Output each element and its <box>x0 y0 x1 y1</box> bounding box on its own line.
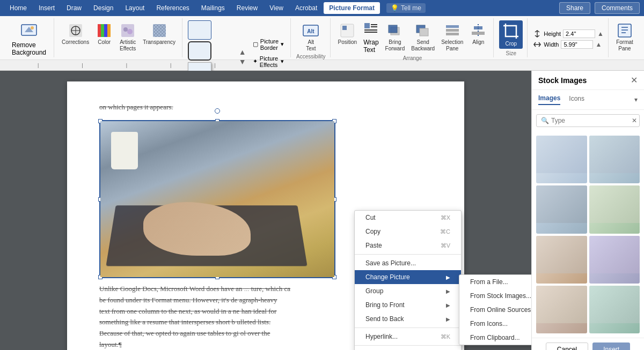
submenu-from-clipboard[interactable]: From Clipboard... <box>459 331 531 345</box>
ctx-copy[interactable]: Copy ⌘C <box>355 225 461 239</box>
stock-img-7[interactable] <box>536 286 587 333</box>
picture-effects-button[interactable]: ✦ Picture Effects ▾ <box>251 54 286 69</box>
ctx-hyperlink[interactable]: Hyperlink... ⌘K <box>355 330 461 344</box>
comments-button[interactable]: Comments <box>595 2 640 14</box>
stock-panel-footer: Cancel Insert <box>532 338 644 350</box>
bring-forward-button[interactable]: BringForward <box>383 20 407 54</box>
document-area: on which pages it appears. <box>0 71 531 350</box>
stock-search-input[interactable] <box>551 117 632 124</box>
stock-img-3[interactable] <box>536 185 587 233</box>
menu-design[interactable]: Design <box>88 2 119 14</box>
svg-rect-4 <box>98 24 101 37</box>
search-icon: 🔍 <box>541 117 549 124</box>
send-backward-button[interactable]: SendBackward <box>409 20 437 54</box>
transparency-label: Transparency <box>143 39 175 46</box>
ctx-send-to-back[interactable]: Send to Back ▶ <box>355 312 461 326</box>
height-input[interactable] <box>563 29 595 38</box>
ctx-group[interactable]: Group ▶ <box>355 284 461 298</box>
selection-pane-button[interactable]: SelectionPane <box>439 20 465 54</box>
position-button[interactable]: Position <box>336 20 360 47</box>
share-button[interactable]: Share <box>559 2 590 14</box>
corrections-button[interactable]: Corrections <box>60 20 91 47</box>
styles-expand-button[interactable]: ▲ <box>239 48 246 56</box>
stock-tabs-expand[interactable]: ▾ <box>634 96 638 103</box>
image-content <box>100 121 334 277</box>
accessibility-group-label: Accessibility <box>296 54 325 61</box>
menu-references[interactable]: References <box>151 2 194 14</box>
alt-text-button[interactable]: Alt AltText <box>300 20 321 54</box>
ribbon-group-remove-bg: RemoveBackground <box>4 18 54 57</box>
selection-pane-label: SelectionPane <box>441 39 463 52</box>
stock-panel-header: Stock Images ✕ <box>532 71 644 90</box>
submenu-from-stock[interactable]: From Stock Images... <box>459 289 531 303</box>
wrap-text-icon <box>363 22 378 39</box>
transparency-button[interactable]: Transparency <box>141 20 178 47</box>
wrap-text-button[interactable]: WrapText <box>361 20 380 55</box>
picture-style-1[interactable] <box>188 20 211 40</box>
menu-mailings[interactable]: Mailings <box>196 2 230 14</box>
stock-panel-close[interactable]: ✕ <box>631 75 638 85</box>
menu-draw[interactable]: Draw <box>61 2 87 14</box>
ribbon-group-adjust: Corrections Color ArtisticEffects Transp… <box>55 18 182 57</box>
menu-review[interactable]: Review <box>231 2 263 14</box>
ctx-paste[interactable]: Paste ⌘V <box>355 239 461 252</box>
tab-images[interactable]: Images <box>538 94 560 105</box>
format-pane-button[interactable]: FormatPane <box>614 20 635 54</box>
height-spinner-up[interactable]: ▲ <box>597 30 604 38</box>
tell-me[interactable]: 💡 Tell me <box>386 3 426 13</box>
stock-img-1[interactable] <box>536 136 587 183</box>
tell-me-label: Tell me <box>401 4 421 12</box>
stock-tabs: Images Icons ▾ <box>532 90 644 110</box>
picture-border-button[interactable]: ▢ Picture Border ▾ <box>251 37 286 52</box>
insert-button[interactable]: Insert <box>592 342 630 350</box>
document-image[interactable] <box>99 120 335 278</box>
cancel-button[interactable]: Cancel <box>546 342 588 350</box>
remove-background-label: RemoveBackground <box>12 41 46 56</box>
corrections-label: Corrections <box>62 39 89 46</box>
artistic-effects-icon <box>119 22 136 39</box>
stock-img-6[interactable] <box>589 236 640 284</box>
stock-img-8[interactable] <box>589 286 640 333</box>
crop-button[interactable]: Crop <box>499 20 523 49</box>
menu-view[interactable]: View <box>264 2 289 14</box>
size-group-label: Size <box>506 50 516 57</box>
stock-search[interactable]: 🔍 ✕ <box>536 114 640 127</box>
align-icon <box>470 22 487 39</box>
ctx-bring-to-front[interactable]: Bring to Front ▶ <box>355 298 461 312</box>
artistic-effects-button[interactable]: ArtisticEffects <box>117 20 138 54</box>
menu-home[interactable]: Home <box>4 2 32 14</box>
menu-acrobat[interactable]: Acrobat <box>290 2 323 14</box>
ctx-change-picture[interactable]: Change Picture ▶ <box>355 270 461 284</box>
position-label: Position <box>338 39 357 46</box>
wrap-text-label: WrapText <box>363 39 378 54</box>
svg-rect-19 <box>364 23 370 28</box>
stock-img-4[interactable] <box>589 185 640 233</box>
ctx-insert-caption[interactable]: Insert Caption... <box>355 347 461 350</box>
align-button[interactable]: Align <box>467 20 489 47</box>
width-spinner-up[interactable]: ▲ <box>595 41 602 48</box>
width-input[interactable] <box>561 40 593 49</box>
width-icon <box>533 40 541 49</box>
svg-rect-7 <box>107 24 111 37</box>
remove-background-button[interactable]: RemoveBackground <box>9 20 49 58</box>
stock-img-5[interactable] <box>536 236 587 284</box>
color-button[interactable]: Color <box>93 20 115 47</box>
submenu-from-online[interactable]: From Online Sources... <box>459 303 531 317</box>
stock-img-2[interactable] <box>589 136 640 183</box>
svg-rect-32 <box>474 26 482 29</box>
menu-layout[interactable]: Layout <box>120 2 150 14</box>
menu-picture-format[interactable]: Picture Format <box>324 2 380 14</box>
submenu-from-file[interactable]: From a File... <box>459 275 531 289</box>
picture-style-2[interactable] <box>188 41 211 61</box>
svg-rect-5 <box>101 24 104 37</box>
ctx-save-as-picture[interactable]: Save as Picture... <box>355 256 461 270</box>
ctx-cut[interactable]: Cut ⌘X <box>355 211 461 225</box>
clear-search-icon[interactable]: ✕ <box>632 117 637 124</box>
menu-insert[interactable]: Insert <box>33 2 60 14</box>
tab-icons[interactable]: Icons <box>569 95 584 105</box>
submenu-from-icons[interactable]: From Icons... <box>459 317 531 331</box>
svg-rect-34 <box>618 24 631 37</box>
rotate-handle[interactable] <box>215 108 220 114</box>
svg-text:Alt: Alt <box>308 28 315 34</box>
bring-forward-icon <box>386 22 404 39</box>
